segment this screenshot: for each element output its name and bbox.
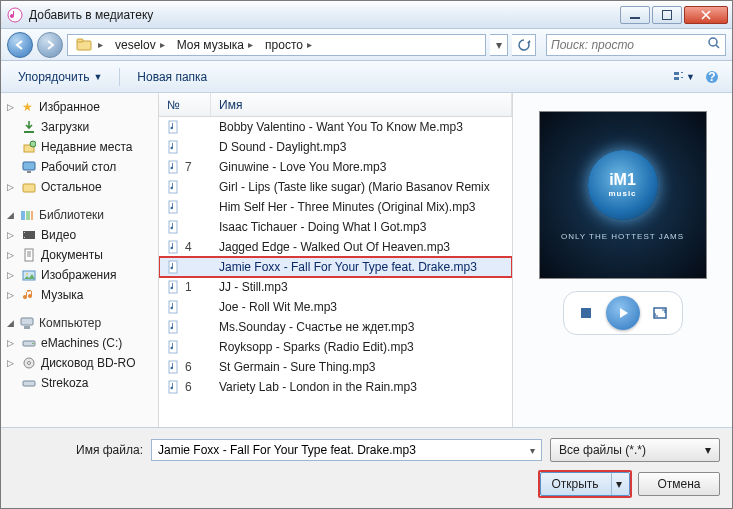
file-row[interactable]: 6St Germain - Sure Thing.mp3 bbox=[159, 357, 512, 377]
svg-rect-33 bbox=[23, 381, 35, 386]
file-name: JJ - Still.mp3 bbox=[211, 280, 512, 294]
sidebar-item-music[interactable]: ▷Музыка bbox=[1, 285, 158, 305]
music-file-icon bbox=[167, 300, 181, 314]
window-title: Добавить в медиатеку bbox=[29, 8, 620, 22]
nav-bar: ▸ veselov▸ Моя музыка▸ просто▸ ▾ bbox=[1, 29, 732, 61]
file-row[interactable]: D Sound - Daylight.mp3 bbox=[159, 137, 512, 157]
cancel-button[interactable]: Отмена bbox=[638, 472, 720, 496]
breadcrumb-item[interactable]: veselov▸ bbox=[109, 35, 171, 55]
svg-rect-19 bbox=[26, 211, 30, 220]
file-name: Joe - Roll Wit Me.mp3 bbox=[211, 300, 512, 314]
sidebar-group-favorites[interactable]: ▷ ★ Избранное bbox=[1, 97, 158, 117]
file-name: Ginuwine - Love You More.mp3 bbox=[211, 160, 512, 174]
file-name: Royksopp - Sparks (Radio Edit).mp3 bbox=[211, 340, 512, 354]
column-header-name[interactable]: Имя bbox=[211, 93, 512, 116]
svg-text:?: ? bbox=[708, 70, 715, 84]
libraries-icon bbox=[19, 207, 35, 223]
expand-button[interactable] bbox=[650, 303, 670, 323]
filename-input[interactable]: Jamie Foxx - Fall For Your Type feat. Dr… bbox=[151, 439, 542, 461]
file-name: Him Self Her - Three Minutes (Original M… bbox=[211, 200, 512, 214]
file-num: 6 bbox=[185, 380, 192, 394]
file-name: Variety Lab - London in the Rain.mp3 bbox=[211, 380, 512, 394]
sidebar-item-desktop[interactable]: Рабочий стол bbox=[1, 157, 158, 177]
svg-rect-20 bbox=[31, 211, 33, 220]
play-button[interactable] bbox=[606, 296, 640, 330]
file-row[interactable]: Isaac Tichauer - Doing What I Got.mp3 bbox=[159, 217, 512, 237]
svg-rect-15 bbox=[23, 162, 35, 170]
minimize-button[interactable] bbox=[620, 6, 650, 24]
new-folder-button[interactable]: Новая папка bbox=[128, 65, 216, 89]
music-file-icon bbox=[167, 120, 181, 134]
breadcrumb-item[interactable]: Моя музыка▸ bbox=[171, 35, 259, 55]
file-row[interactable]: 4Jagged Edge - Walked Out Of Heaven.mp3 bbox=[159, 237, 512, 257]
sidebar-item-other[interactable]: ▷Остальное bbox=[1, 177, 158, 197]
video-icon bbox=[21, 227, 37, 243]
breadcrumb-dropdown[interactable]: ▾ bbox=[490, 34, 508, 56]
star-icon: ★ bbox=[19, 99, 35, 115]
download-icon bbox=[21, 119, 37, 135]
svg-point-0 bbox=[8, 8, 22, 22]
sidebar-item-images[interactable]: ▷Изображения bbox=[1, 265, 158, 285]
svg-point-26 bbox=[26, 273, 28, 275]
help-button[interactable]: ? bbox=[700, 66, 724, 88]
file-row[interactable]: Jamie Foxx - Fall For Your Type feat. Dr… bbox=[159, 257, 512, 277]
breadcrumb[interactable]: ▸ veselov▸ Моя музыка▸ просто▸ bbox=[67, 34, 486, 56]
sidebar-item-bdrom[interactable]: ▷Дисковод BD-RO bbox=[1, 353, 158, 373]
search-input[interactable] bbox=[551, 38, 703, 52]
breadcrumb-root[interactable]: ▸ bbox=[70, 35, 109, 55]
svg-rect-6 bbox=[674, 72, 679, 75]
file-name: D Sound - Daylight.mp3 bbox=[211, 140, 512, 154]
column-headers: № Имя bbox=[159, 93, 512, 117]
file-name: Jagged Edge - Walked Out Of Heaven.mp3 bbox=[211, 240, 512, 254]
file-name: Girl - Lips (Taste like sugar) (Mario Ba… bbox=[211, 180, 512, 194]
file-row[interactable]: Joe - Roll Wit Me.mp3 bbox=[159, 297, 512, 317]
svg-rect-17 bbox=[23, 184, 35, 192]
sidebar-item-downloads[interactable]: Загрузки bbox=[1, 117, 158, 137]
open-button[interactable]: Открыть ▾ bbox=[540, 472, 630, 496]
file-row[interactable]: Bobby Valentino - Want You To Know Me.mp… bbox=[159, 117, 512, 137]
file-row[interactable]: Royksopp - Sparks (Radio Edit).mp3 bbox=[159, 337, 512, 357]
svg-rect-4 bbox=[77, 39, 83, 42]
file-type-select[interactable]: Все файлы (*.*) ▾ bbox=[550, 438, 720, 462]
file-row[interactable]: Girl - Lips (Taste like sugar) (Mario Ba… bbox=[159, 177, 512, 197]
chevron-down-icon[interactable]: ▾ bbox=[530, 445, 535, 456]
sidebar-group-computer[interactable]: ◢ Компьютер bbox=[1, 313, 158, 333]
file-num: 7 bbox=[185, 160, 192, 174]
music-file-icon bbox=[167, 160, 181, 174]
sidebar-item-documents[interactable]: ▷Документы bbox=[1, 245, 158, 265]
player-controls bbox=[563, 291, 683, 335]
sidebar-item-drive-c[interactable]: ▷eMachines (C:) bbox=[1, 333, 158, 353]
music-file-icon bbox=[167, 180, 181, 194]
file-row[interactable]: Ms.Sounday - Счастье не ждет.mp3 bbox=[159, 317, 512, 337]
organize-button[interactable]: Упорядочить▼ bbox=[9, 65, 111, 89]
refresh-button[interactable] bbox=[512, 34, 536, 56]
music-file-icon bbox=[167, 260, 181, 274]
file-row[interactable]: 6Variety Lab - London in the Rain.mp3 bbox=[159, 377, 512, 397]
file-row[interactable]: 1JJ - Still.mp3 bbox=[159, 277, 512, 297]
sidebar-item-recent[interactable]: Недавние места bbox=[1, 137, 158, 157]
sidebar-item-strekoza[interactable]: Strekoza bbox=[1, 373, 158, 393]
sidebar-group-libraries[interactable]: ◢ Библиотеки bbox=[1, 205, 158, 225]
maximize-button[interactable] bbox=[652, 6, 682, 24]
close-button[interactable] bbox=[684, 6, 728, 24]
folder-icon bbox=[21, 179, 37, 195]
column-header-num[interactable]: № bbox=[159, 93, 211, 116]
back-button[interactable] bbox=[7, 32, 33, 58]
computer-icon bbox=[19, 315, 35, 331]
search-box[interactable] bbox=[546, 34, 726, 56]
breadcrumb-item[interactable]: просто▸ bbox=[259, 35, 318, 55]
stop-button[interactable] bbox=[576, 303, 596, 323]
svg-point-32 bbox=[28, 362, 31, 365]
open-split-button[interactable]: ▾ bbox=[611, 473, 627, 495]
svg-point-14 bbox=[30, 141, 36, 147]
forward-button[interactable] bbox=[37, 32, 63, 58]
music-file-icon bbox=[167, 320, 181, 334]
sidebar-item-video[interactable]: ▷Видео bbox=[1, 225, 158, 245]
file-row[interactable]: Him Self Her - Three Minutes (Original M… bbox=[159, 197, 512, 217]
music-file-icon bbox=[167, 200, 181, 214]
file-num: 6 bbox=[185, 360, 192, 374]
view-options-button[interactable]: ▼ bbox=[672, 66, 696, 88]
album-tagline: ONLY THE HOTTEST JAMS bbox=[561, 232, 684, 241]
file-row[interactable]: 7Ginuwine - Love You More.mp3 bbox=[159, 157, 512, 177]
album-art: iM1 music ONLY THE HOTTEST JAMS bbox=[539, 111, 707, 279]
